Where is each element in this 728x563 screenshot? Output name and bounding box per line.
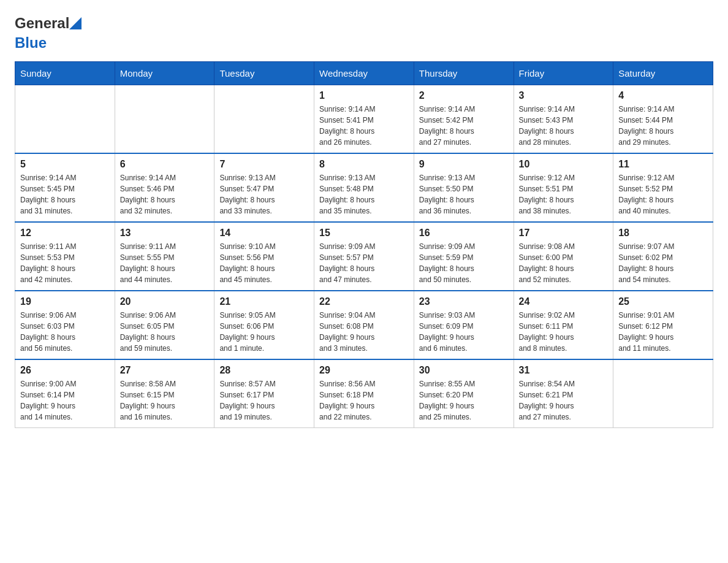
day-number: 8	[319, 159, 409, 170]
day-info: Sunrise: 9:13 AMSunset: 5:47 PMDaylight:…	[219, 172, 309, 216]
day-number: 14	[219, 228, 309, 239]
day-info: Sunrise: 9:12 AMSunset: 5:52 PMDaylight:…	[618, 172, 708, 216]
day-number: 12	[20, 228, 110, 239]
day-number: 3	[519, 90, 609, 101]
day-number: 9	[419, 159, 509, 170]
column-header-wednesday: Wednesday	[314, 62, 414, 85]
day-number: 1	[319, 90, 409, 101]
day-number: 15	[319, 228, 409, 239]
calendar-week-1: 1Sunrise: 9:14 AMSunset: 5:41 PMDaylight…	[15, 85, 713, 154]
column-header-friday: Friday	[514, 62, 613, 85]
day-info: Sunrise: 8:57 AMSunset: 6:17 PMDaylight:…	[219, 378, 309, 423]
calendar-cell: 28Sunrise: 8:57 AMSunset: 6:17 PMDayligh…	[214, 359, 314, 428]
calendar-cell: 17Sunrise: 9:08 AMSunset: 6:00 PMDayligh…	[514, 222, 613, 291]
page-header: GeneralBlue	[15, 15, 713, 52]
calendar-cell: 7Sunrise: 9:13 AMSunset: 5:47 PMDaylight…	[214, 153, 314, 222]
calendar-cell: 12Sunrise: 9:11 AMSunset: 5:53 PMDayligh…	[15, 222, 115, 291]
calendar-cell: 30Sunrise: 8:55 AMSunset: 6:20 PMDayligh…	[414, 359, 514, 428]
column-header-sunday: Sunday	[15, 62, 115, 85]
calendar-cell: 19Sunrise: 9:06 AMSunset: 6:03 PMDayligh…	[15, 291, 115, 359]
svg-marker-0	[69, 17, 82, 29]
calendar-cell: 26Sunrise: 9:00 AMSunset: 6:14 PMDayligh…	[15, 359, 115, 428]
calendar-cell: 20Sunrise: 9:06 AMSunset: 6:05 PMDayligh…	[115, 291, 214, 359]
day-number: 2	[419, 90, 509, 101]
day-number: 7	[219, 159, 309, 170]
day-info: Sunrise: 9:09 AMSunset: 5:57 PMDaylight:…	[319, 241, 409, 285]
day-info: Sunrise: 9:08 AMSunset: 6:00 PMDaylight:…	[519, 241, 609, 285]
day-info: Sunrise: 8:58 AMSunset: 6:15 PMDaylight:…	[120, 378, 210, 423]
column-header-tuesday: Tuesday	[214, 62, 314, 85]
calendar-cell	[115, 85, 214, 154]
day-number: 19	[20, 296, 110, 307]
calendar-cell: 9Sunrise: 9:13 AMSunset: 5:50 PMDaylight…	[414, 153, 514, 222]
day-info: Sunrise: 9:14 AMSunset: 5:45 PMDaylight:…	[20, 172, 110, 216]
day-number: 5	[20, 159, 110, 170]
calendar-cell: 18Sunrise: 9:07 AMSunset: 6:02 PMDayligh…	[613, 222, 713, 291]
calendar-cell: 29Sunrise: 8:56 AMSunset: 6:18 PMDayligh…	[314, 359, 414, 428]
day-info: Sunrise: 9:14 AMSunset: 5:46 PMDaylight:…	[120, 172, 210, 216]
calendar-cell	[15, 85, 115, 154]
column-header-thursday: Thursday	[414, 62, 514, 85]
day-number: 21	[219, 296, 309, 307]
calendar-cell: 2Sunrise: 9:14 AMSunset: 5:42 PMDaylight…	[414, 85, 514, 154]
day-number: 26	[20, 365, 110, 376]
day-info: Sunrise: 9:06 AMSunset: 6:03 PMDaylight:…	[20, 310, 110, 354]
calendar-cell: 24Sunrise: 9:02 AMSunset: 6:11 PMDayligh…	[514, 291, 613, 359]
calendar-cell: 6Sunrise: 9:14 AMSunset: 5:46 PMDaylight…	[115, 153, 214, 222]
day-info: Sunrise: 8:56 AMSunset: 6:18 PMDaylight:…	[319, 378, 409, 423]
day-info: Sunrise: 9:11 AMSunset: 5:53 PMDaylight:…	[20, 241, 110, 285]
logo: GeneralBlue	[15, 15, 82, 52]
day-info: Sunrise: 9:06 AMSunset: 6:05 PMDaylight:…	[120, 310, 210, 354]
day-info: Sunrise: 9:12 AMSunset: 5:51 PMDaylight:…	[519, 172, 609, 216]
calendar-cell: 16Sunrise: 9:09 AMSunset: 5:59 PMDayligh…	[414, 222, 514, 291]
calendar-table: SundayMondayTuesdayWednesdayThursdayFrid…	[15, 61, 713, 428]
day-number: 20	[120, 296, 210, 307]
calendar-header-row: SundayMondayTuesdayWednesdayThursdayFrid…	[15, 62, 713, 85]
calendar-cell: 31Sunrise: 8:54 AMSunset: 6:21 PMDayligh…	[514, 359, 613, 428]
day-info: Sunrise: 9:09 AMSunset: 5:59 PMDaylight:…	[419, 241, 509, 285]
calendar-cell: 4Sunrise: 9:14 AMSunset: 5:44 PMDaylight…	[613, 85, 713, 154]
day-info: Sunrise: 9:04 AMSunset: 6:08 PMDaylight:…	[319, 310, 409, 354]
day-number: 17	[519, 228, 609, 239]
calendar-week-4: 19Sunrise: 9:06 AMSunset: 6:03 PMDayligh…	[15, 291, 713, 359]
day-number: 28	[219, 365, 309, 376]
day-number: 31	[519, 365, 609, 376]
day-number: 18	[618, 228, 708, 239]
calendar-cell: 14Sunrise: 9:10 AMSunset: 5:56 PMDayligh…	[214, 222, 314, 291]
day-info: Sunrise: 9:02 AMSunset: 6:11 PMDaylight:…	[519, 310, 609, 354]
day-number: 22	[319, 296, 409, 307]
day-info: Sunrise: 9:03 AMSunset: 6:09 PMDaylight:…	[419, 310, 509, 354]
day-number: 27	[120, 365, 210, 376]
calendar-cell: 13Sunrise: 9:11 AMSunset: 5:55 PMDayligh…	[115, 222, 214, 291]
calendar-cell: 22Sunrise: 9:04 AMSunset: 6:08 PMDayligh…	[314, 291, 414, 359]
column-header-saturday: Saturday	[613, 62, 713, 85]
day-info: Sunrise: 9:01 AMSunset: 6:12 PMDaylight:…	[618, 310, 708, 354]
day-info: Sunrise: 9:13 AMSunset: 5:50 PMDaylight:…	[419, 172, 509, 216]
calendar-cell: 23Sunrise: 9:03 AMSunset: 6:09 PMDayligh…	[414, 291, 514, 359]
calendar-cell: 27Sunrise: 8:58 AMSunset: 6:15 PMDayligh…	[115, 359, 214, 428]
day-number: 24	[519, 296, 609, 307]
day-info: Sunrise: 9:11 AMSunset: 5:55 PMDaylight:…	[120, 241, 210, 285]
day-number: 16	[419, 228, 509, 239]
calendar-cell: 25Sunrise: 9:01 AMSunset: 6:12 PMDayligh…	[613, 291, 713, 359]
column-header-monday: Monday	[115, 62, 214, 85]
day-number: 10	[519, 159, 609, 170]
day-info: Sunrise: 9:10 AMSunset: 5:56 PMDaylight:…	[219, 241, 309, 285]
calendar-cell: 21Sunrise: 9:05 AMSunset: 6:06 PMDayligh…	[214, 291, 314, 359]
calendar-cell: 5Sunrise: 9:14 AMSunset: 5:45 PMDaylight…	[15, 153, 115, 222]
calendar-cell: 8Sunrise: 9:13 AMSunset: 5:48 PMDaylight…	[314, 153, 414, 222]
day-number: 6	[120, 159, 210, 170]
day-info: Sunrise: 9:00 AMSunset: 6:14 PMDaylight:…	[20, 378, 110, 423]
calendar-cell: 15Sunrise: 9:09 AMSunset: 5:57 PMDayligh…	[314, 222, 414, 291]
calendar-week-5: 26Sunrise: 9:00 AMSunset: 6:14 PMDayligh…	[15, 359, 713, 428]
day-info: Sunrise: 9:14 AMSunset: 5:41 PMDaylight:…	[319, 104, 409, 148]
day-info: Sunrise: 9:14 AMSunset: 5:43 PMDaylight:…	[519, 104, 609, 148]
day-info: Sunrise: 8:55 AMSunset: 6:20 PMDaylight:…	[419, 378, 509, 423]
calendar-cell: 10Sunrise: 9:12 AMSunset: 5:51 PMDayligh…	[514, 153, 613, 222]
day-info: Sunrise: 9:14 AMSunset: 5:44 PMDaylight:…	[618, 104, 708, 148]
calendar-cell	[214, 85, 314, 154]
day-number: 13	[120, 228, 210, 239]
calendar-week-2: 5Sunrise: 9:14 AMSunset: 5:45 PMDaylight…	[15, 153, 713, 222]
calendar-cell: 11Sunrise: 9:12 AMSunset: 5:52 PMDayligh…	[613, 153, 713, 222]
day-number: 29	[319, 365, 409, 376]
